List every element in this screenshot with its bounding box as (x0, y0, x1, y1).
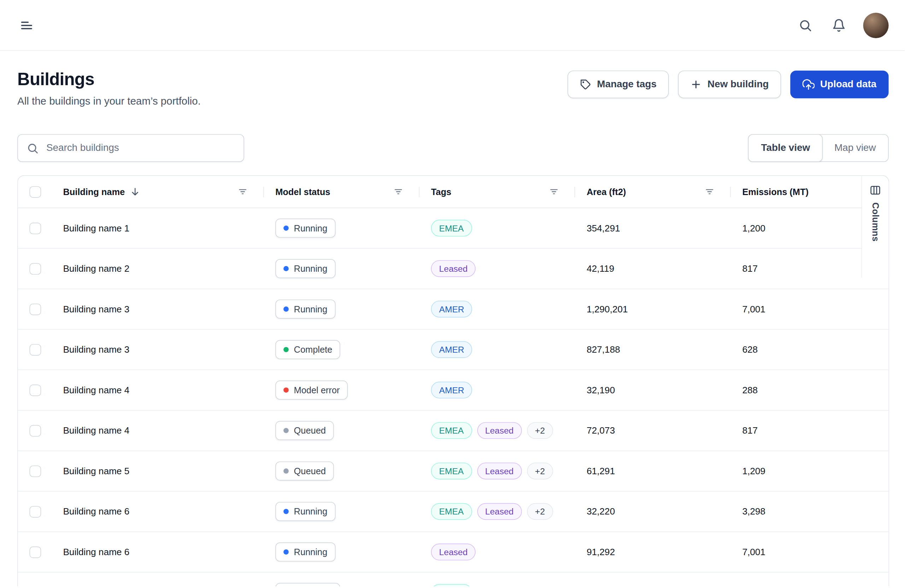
tag-pill: EMEA (431, 463, 472, 479)
tag-pill: AMER (431, 301, 472, 317)
table-body: Building name 1 Running EMEA 354,291 1,2… (18, 208, 889, 586)
filter-button-building-name[interactable] (237, 185, 249, 198)
columns-icon (870, 184, 881, 196)
search-button[interactable] (796, 16, 814, 34)
bell-icon (832, 18, 846, 32)
avatar[interactable] (863, 13, 889, 38)
tags-cell: Leased (419, 544, 575, 560)
row-checkbox[interactable] (29, 222, 41, 234)
select-all-checkbox[interactable] (29, 186, 41, 198)
search-icon (798, 18, 812, 32)
tag-pill: +2 (527, 422, 553, 439)
tags-cell: EMEALeased+2 (419, 422, 575, 439)
row-checkbox-cell (18, 532, 63, 572)
filter-lines-icon (238, 187, 248, 197)
area-cell: 32,190 (575, 385, 731, 395)
row-checkbox-cell (18, 289, 63, 329)
topbar-actions (796, 13, 889, 38)
filter-lines-icon (705, 187, 714, 197)
row-checkbox-cell (18, 572, 63, 586)
status-cell: Model error (264, 380, 419, 399)
table-row[interactable]: Building name 5 Queued EMEALeased+2 61,2… (18, 451, 889, 491)
new-building-label: New building (707, 79, 768, 90)
status-pill: Queued (275, 461, 334, 480)
column-header-area[interactable]: Area (ft2) (575, 176, 731, 208)
search-input[interactable] (45, 142, 235, 154)
status-pill: Model error (275, 380, 348, 399)
table-row[interactable]: Building name 1 Running EMEA 354,291 1,2… (18, 208, 889, 249)
table-row[interactable]: Building name 2 Running Leased 42,119 81… (18, 249, 889, 289)
table-row[interactable]: Building name 4 Model error AMER 32,190 … (18, 370, 889, 410)
row-checkbox[interactable] (29, 546, 41, 558)
table-row[interactable]: Building name 6 Running EMEALeased+2 32,… (18, 491, 889, 532)
status-cell: Queued (264, 461, 419, 480)
new-building-button[interactable]: New building (678, 71, 781, 98)
table-row[interactable]: Building name 7 Complete EMEA 827,188 9,… (18, 572, 889, 586)
emissions-cell: 817 (731, 425, 889, 436)
tab-map-view[interactable]: Map view (822, 135, 888, 161)
filter-button-area[interactable] (703, 185, 716, 198)
tag-pill: Leased (431, 260, 475, 277)
column-header-building-name[interactable]: Building name (63, 176, 264, 208)
app-viewport: Buildings All the buildings in your team… (0, 0, 905, 588)
status-pill: Complete (275, 340, 340, 359)
tag-pill: AMER (431, 382, 472, 398)
filter-button-tags[interactable] (548, 185, 560, 198)
status-pill: Running (275, 542, 335, 561)
row-checkbox-cell (18, 410, 63, 450)
status-dot (284, 469, 289, 474)
row-checkbox[interactable] (29, 384, 41, 396)
tags-cell: EMEALeased+2 (419, 503, 575, 520)
search-icon (27, 142, 38, 154)
notifications-button[interactable] (830, 16, 848, 34)
upload-data-button[interactable]: Upload data (790, 71, 889, 98)
row-checkbox-cell (18, 249, 63, 289)
status-cell: Complete (264, 340, 419, 359)
tag-pill: EMEA (431, 584, 472, 586)
row-checkbox[interactable] (29, 425, 41, 436)
table-row[interactable]: Building name 6 Running Leased 91,292 7,… (18, 532, 889, 573)
emissions-cell: 628 (731, 344, 889, 355)
manage-tags-label: Manage tags (597, 79, 657, 90)
building-name-cell: Building name 5 (63, 466, 264, 476)
column-header-model-status[interactable]: Model status (264, 176, 419, 208)
status-cell: Queued (264, 421, 419, 440)
emissions-cell: 7,001 (731, 304, 889, 314)
table-row[interactable]: Building name 4 Queued EMEALeased+2 72,0… (18, 410, 889, 451)
columns-tab[interactable]: Columns (862, 176, 889, 277)
row-checkbox[interactable] (29, 506, 41, 517)
filter-button-model-status[interactable] (392, 185, 405, 198)
filter-lines-icon (394, 187, 403, 197)
area-cell: 354,291 (575, 223, 731, 233)
row-checkbox[interactable] (29, 303, 41, 315)
tags-cell: AMER (419, 382, 575, 398)
filter-lines-icon (549, 187, 559, 197)
row-checkbox[interactable] (29, 465, 41, 477)
table-row[interactable]: Building name 3 Running AMER 1,290,201 7… (18, 289, 889, 330)
area-cell: 91,292 (575, 547, 731, 557)
table-row[interactable]: Building name 3 Complete AMER 827,188 62… (18, 330, 889, 370)
status-pill: Running (275, 219, 335, 238)
sort-desc-button[interactable] (130, 187, 140, 197)
building-name-cell: Building name 1 (63, 223, 264, 233)
manage-tags-button[interactable]: Manage tags (567, 71, 668, 98)
menu-button[interactable] (17, 16, 36, 34)
row-checkbox[interactable] (29, 344, 41, 355)
upload-cloud-icon (802, 78, 814, 90)
toolbar: Table view Map view (0, 134, 905, 162)
row-checkbox[interactable] (29, 263, 41, 274)
page-header: Buildings All the buildings in your team… (0, 51, 905, 108)
search-field[interactable] (17, 134, 244, 162)
building-name-cell: Building name 3 (63, 344, 264, 355)
status-pill: Running (275, 259, 335, 278)
status-cell: Running (264, 300, 419, 319)
status-label: Running (294, 223, 327, 233)
tag-pill: Leased (477, 422, 521, 439)
buildings-page: Buildings All the buildings in your team… (0, 0, 905, 588)
status-cell: Running (264, 502, 419, 521)
status-dot (284, 225, 289, 231)
tab-table-view[interactable]: Table view (748, 134, 823, 162)
upload-data-label: Upload data (820, 79, 876, 90)
table-header: Building name (18, 176, 889, 208)
column-header-tags[interactable]: Tags (419, 176, 575, 208)
